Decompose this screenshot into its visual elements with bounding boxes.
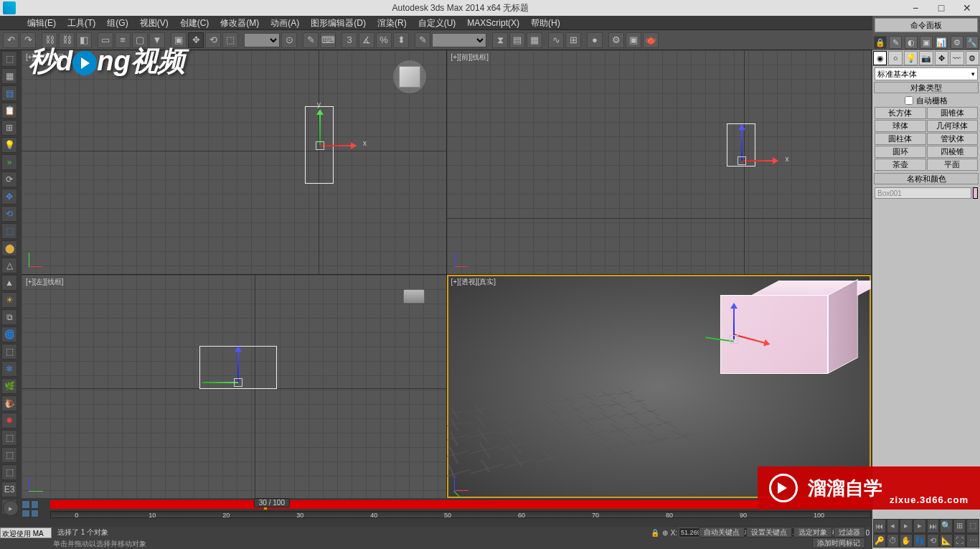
named-sel-dropdown[interactable]: 创建选择集: [432, 33, 486, 47]
prim-pyramid-button[interactable]: 四棱锥: [927, 146, 979, 158]
graph-icon[interactable]: 📊: [935, 36, 948, 49]
motion-icon[interactable]: ◐: [905, 36, 918, 49]
lb-22[interactable]: ✹: [1, 413, 17, 428]
redo-button[interactable]: ↷: [20, 32, 36, 48]
spinner-snap-button[interactable]: ⬍: [393, 32, 409, 48]
prim-sphere-button[interactable]: 球体: [875, 120, 926, 132]
prim-cone-button[interactable]: 圆锥体: [927, 107, 979, 119]
center-button[interactable]: ⊙: [281, 32, 297, 48]
menu-customize[interactable]: 自定义(U): [413, 16, 462, 30]
rotate-button[interactable]: ⟲: [205, 32, 221, 48]
render-frame-button[interactable]: ▣: [626, 32, 641, 48]
menu-render[interactable]: 渲染(R): [372, 16, 413, 30]
time-config-button[interactable]: ⏱: [887, 534, 900, 548]
cat-space-icon[interactable]: 〰: [950, 51, 963, 65]
bind-button[interactable]: ◧: [76, 32, 92, 48]
snap-percent-button[interactable]: %: [376, 32, 392, 48]
maxrestore-button[interactable]: ⛶: [953, 534, 966, 548]
lb-1[interactable]: ⬚: [1, 51, 17, 67]
align-button[interactable]: ▤: [509, 32, 525, 48]
render-setup-button[interactable]: ⚙: [608, 32, 624, 48]
lb-15[interactable]: ☀: [1, 292, 17, 308]
maximize-button[interactable]: □: [928, 0, 954, 16]
select-button[interactable]: ▭: [98, 32, 113, 48]
filter-button[interactable]: ▼: [149, 32, 165, 48]
name-color-header[interactable]: 名称和颜色: [874, 173, 979, 184]
menu-modifiers[interactable]: 修改器(M): [215, 16, 265, 30]
cat-shapes-icon[interactable]: ○: [888, 51, 902, 65]
unlink-button[interactable]: ⛓: [59, 32, 75, 48]
zoom-button[interactable]: 🔍: [940, 519, 953, 533]
select-object-button[interactable]: ▣: [171, 32, 187, 48]
filter-button-2[interactable]: 过滤器: [834, 527, 865, 538]
lb-4[interactable]: 📋: [1, 103, 17, 118]
prim-tube-button[interactable]: 管状体: [927, 133, 979, 145]
lb-20[interactable]: 🌿: [1, 378, 17, 394]
menu-graph[interactable]: 图形编辑器(D): [305, 16, 372, 30]
zoom-ext-button[interactable]: ⬚: [966, 519, 979, 533]
prim-cylinder-button[interactable]: 圆柱体: [875, 133, 926, 145]
viewcube-top[interactable]: [393, 60, 426, 93]
link-button[interactable]: ⛓: [42, 32, 57, 48]
play-controls-icon[interactable]: ▸: [3, 500, 19, 516]
menu-group[interactable]: 组(G): [101, 16, 133, 30]
lb-12[interactable]: ⬤: [1, 240, 17, 256]
schematic-button[interactable]: ⊞: [565, 32, 581, 48]
scale-button[interactable]: ⬚: [222, 32, 238, 48]
select-name-button[interactable]: ≡: [115, 32, 131, 48]
lb-19[interactable]: ❄: [1, 361, 17, 377]
cat-helpers-icon[interactable]: ✥: [935, 51, 948, 65]
viewcube-left[interactable]: [403, 289, 425, 304]
object-name-input[interactable]: [875, 187, 971, 199]
prim-teapot-button[interactable]: 茶壶: [875, 159, 926, 171]
goto-start-button[interactable]: ⏮: [873, 519, 886, 533]
lb-21[interactable]: 🐌: [1, 395, 17, 411]
prim-plane-button[interactable]: 平面: [927, 159, 979, 171]
cat-systems-icon[interactable]: ⚙: [966, 51, 979, 65]
goto-end-button[interactable]: ⏭: [927, 519, 940, 533]
select-region-button[interactable]: ▢: [132, 32, 148, 48]
object-type-header[interactable]: 对象类型: [874, 82, 979, 93]
refcoord-dropdown[interactable]: 视图: [244, 33, 280, 47]
snap-angle-button[interactable]: ∡: [359, 32, 374, 48]
lb-5[interactable]: ⊞: [1, 120, 17, 136]
lb-10[interactable]: ⟲: [1, 206, 17, 222]
color-swatch[interactable]: [973, 187, 978, 199]
cat-lights-icon[interactable]: 💡: [904, 51, 918, 65]
primitive-dropdown[interactable]: 标准基本体: [875, 67, 978, 80]
prim-geosphere-button[interactable]: 几何球体: [927, 120, 979, 132]
lb-25[interactable]: ⬚: [1, 464, 17, 480]
play-button[interactable]: ▸: [900, 519, 913, 533]
menu-help[interactable]: 帮助(H): [525, 16, 566, 30]
lb-13[interactable]: △: [1, 258, 17, 273]
autogrid-checkbox[interactable]: [905, 96, 913, 105]
lb-3[interactable]: ▤: [1, 85, 17, 101]
prim-box-button[interactable]: 长方体: [875, 107, 926, 119]
lb-14[interactable]: ▲: [1, 275, 17, 291]
lb-24[interactable]: ⬚: [1, 447, 17, 463]
move-button[interactable]: ✥: [188, 32, 204, 48]
viewport-front-label[interactable]: [+][前][线框]: [451, 52, 489, 62]
display-icon[interactable]: ▣: [920, 36, 933, 49]
viewport-layout-button[interactable]: [22, 500, 39, 517]
cat-geometry-icon[interactable]: ◉: [873, 51, 887, 65]
viewport-left-label[interactable]: [+][左][线框]: [26, 277, 64, 287]
menu-create[interactable]: 创建(C): [174, 16, 215, 30]
nav-more-button[interactable]: ⋯: [966, 534, 979, 548]
lb-8[interactable]: ⟳: [1, 172, 17, 187]
prim-torus-button[interactable]: 圆环: [875, 146, 926, 158]
command-panel-label[interactable]: 命令面板: [875, 18, 978, 32]
render-button[interactable]: 🫖: [643, 32, 659, 48]
menu-animation[interactable]: 动画(A): [265, 16, 305, 30]
lb-26[interactable]: E3: [1, 482, 17, 497]
lb-7[interactable]: »: [1, 154, 17, 170]
snap-2d-button[interactable]: 3: [341, 32, 357, 48]
timeline[interactable]: 30 / 100 0 10 20 30 40 50 60 70 80 90 10…: [50, 500, 871, 519]
menu-edit[interactable]: 编辑(E): [22, 16, 62, 30]
lb-16[interactable]: ⧉: [1, 309, 17, 325]
cat-cameras-icon[interactable]: 📷: [919, 51, 933, 65]
viewport-perspective[interactable]: [+][透视][真实]: [447, 275, 872, 499]
menu-maxscript[interactable]: MAXScript(X): [461, 16, 525, 30]
close-button[interactable]: ✕: [954, 0, 980, 16]
orbit-button[interactable]: ⟲: [927, 534, 940, 548]
